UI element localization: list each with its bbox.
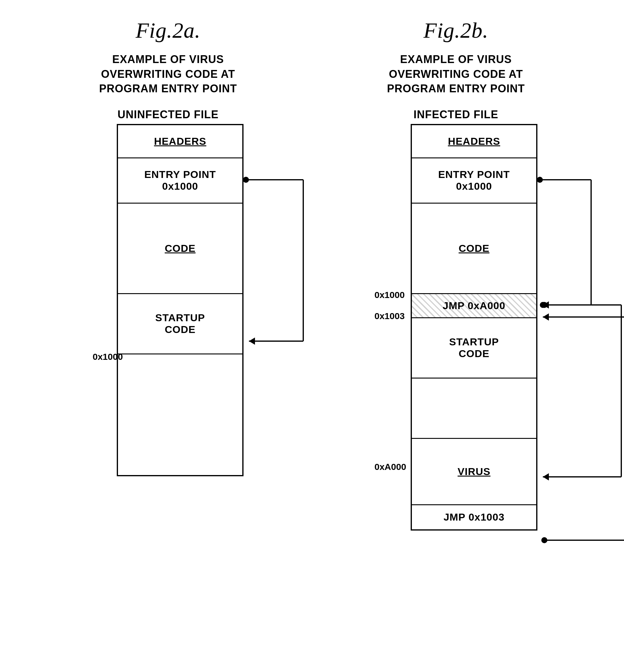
svg-marker-20 — [543, 313, 549, 321]
fig2b-empty1 — [412, 379, 536, 439]
fig2a-entry-point: ENTRY POINT0x1000 — [118, 158, 242, 204]
fig2a-headers: HEADERS — [118, 125, 242, 158]
svg-point-0 — [243, 177, 249, 183]
fig2a-file-label: UNINFECTED FILE — [118, 108, 219, 121]
svg-marker-9 — [543, 301, 549, 308]
fig2b-jmp-0x1003: JMP 0x1003 — [412, 505, 536, 529]
fig2b-addr-0xa000: 0xA000 — [374, 462, 406, 472]
svg-point-5 — [537, 177, 543, 183]
fig2b-code: CODE — [412, 204, 536, 294]
fig2b-title: Fig.2b. — [424, 18, 489, 43]
fig2a-file-box: HEADERS ENTRY POINT0x1000 CODE STARTUPCO… — [117, 124, 243, 476]
fig2a-title: Fig.2a. — [136, 18, 201, 43]
fig2b-file-box: HEADERS ENTRY POINT0x1000 CODE JMP 0xA00… — [411, 124, 538, 531]
fig2b-subtitle: EXAMPLE OF VIRUSOVERWRITING CODE ATPROGR… — [387, 52, 525, 96]
page: Fig.2a. EXAMPLE OF VIRUSOVERWRITING CODE… — [0, 0, 624, 672]
fig2b-entry-point: ENTRY POINT0x1000 — [412, 158, 536, 204]
svg-point-10 — [540, 302, 546, 308]
fig2b-startup-code: STARTUPCODE — [412, 318, 536, 379]
fig2b-headers: HEADERS — [412, 125, 536, 158]
svg-marker-15 — [543, 473, 549, 481]
fig2a-empty — [118, 354, 242, 475]
fig2a-startup-code: STARTUPCODE — [118, 294, 242, 354]
fig2a-subtitle: EXAMPLE OF VIRUSOVERWRITING CODE ATPROGR… — [99, 52, 237, 96]
svg-marker-4 — [249, 338, 255, 345]
fig2b-file-label: INFECTED FILE — [414, 108, 498, 121]
fig2a-diagram: Fig.2a. EXAMPLE OF VIRUSOVERWRITING CODE… — [32, 18, 304, 476]
fig2b-arrows — [537, 124, 624, 555]
fig2b-jmp-0xa000: JMP 0xA000 — [412, 294, 536, 318]
fig2b-addr-0x1003: 0x1003 — [374, 311, 405, 321]
svg-point-16 — [541, 537, 547, 543]
fig2a-arrows — [243, 124, 318, 474]
fig2b-virus: VIRUS — [412, 439, 536, 505]
fig2b-diagram: Fig.2b. EXAMPLE OF VIRUSOVERWRITING CODE… — [320, 18, 592, 531]
svg-point-11 — [541, 302, 547, 308]
fig2a-addr-0x1000: 0x1000 — [93, 352, 123, 362]
fig2a-code: CODE — [118, 204, 242, 294]
fig2b-addr-0x1000: 0x1000 — [374, 290, 405, 300]
